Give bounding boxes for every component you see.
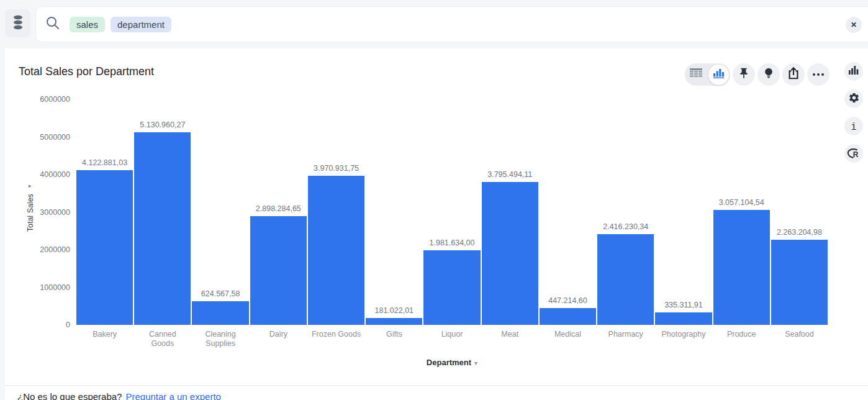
bar-photography[interactable] [655, 312, 712, 325]
bar-series: 4.122.881,035.130.960,27624.567,582.898.… [76, 99, 828, 325]
lightbulb-icon [762, 67, 775, 82]
x-axis-caret-icon: ▾ [474, 360, 477, 366]
bar-produce[interactable] [713, 210, 770, 325]
category-label-gifts[interactable]: Gifts [365, 330, 423, 348]
share-button[interactable] [782, 63, 805, 86]
y-tick-label: 4000000 [5, 170, 70, 180]
y-axis-caret-icon: ▸ [29, 183, 32, 189]
category-label-canned-goods[interactable]: Canned Goods [133, 330, 191, 348]
view-toggle [685, 63, 730, 86]
bar-value-label: 335.311,91 [664, 301, 703, 309]
y-tick-label: 0 [5, 320, 70, 330]
bar-slot: 335.311,91 [654, 99, 712, 325]
category-label-frozen-goods[interactable]: Frozen Goods [307, 330, 365, 348]
search-token-list: salesdepartment [70, 17, 868, 32]
insights-button[interactable] [757, 63, 780, 86]
category-label-pharmacy[interactable]: Pharmacy [597, 330, 654, 348]
table-icon [690, 68, 702, 81]
category-label-medical[interactable]: Medical [539, 330, 597, 348]
bar-value-label: 1.981.634,00 [430, 239, 475, 247]
bar-value-label: 181.022,01 [375, 306, 414, 315]
table-view-button[interactable] [685, 63, 707, 86]
bar-chart-plot: 4.122.881,035.130.960,27624.567,582.898.… [76, 99, 828, 325]
bar-slot: 1.981.634,00 [423, 99, 481, 325]
bar-slot: 4.122.881,03 [76, 99, 133, 325]
bar-slot: 181.022,01 [365, 99, 423, 325]
bar-bakery[interactable] [76, 170, 133, 325]
bar-slot: 624.567,58 [191, 99, 249, 325]
search-input[interactable]: salesdepartment ✕ [35, 6, 868, 42]
bar-value-label: 447.214,60 [548, 296, 587, 305]
bar-value-label: 2.263.204,98 [777, 228, 822, 237]
bar-slot: 5.130.960,27 [133, 99, 191, 325]
column-chart-icon [849, 66, 859, 77]
y-axis-label[interactable]: Total Sales [26, 194, 35, 234]
chart-view-button[interactable] [708, 65, 729, 85]
bar-slot: 3.795.494,11 [481, 99, 539, 325]
clear-search-button[interactable]: ✕ [846, 17, 862, 33]
expert-footer: ¿No es lo que esperaba?Preguntar a un ex… [17, 391, 221, 400]
chart-title: Total Sales por Department [19, 65, 154, 78]
bar-value-label: 3.970.931,75 [314, 164, 359, 173]
category-label-cleaning-supplies[interactable]: Cleaning Supplies [191, 330, 249, 348]
y-tick-label: 3000000 [5, 207, 70, 217]
category-label-meat[interactable]: Meat [481, 330, 539, 348]
y-axis: 0100000020000003000000400000050000006000… [5, 99, 70, 325]
category-label-seafood[interactable]: Seafood [771, 330, 828, 348]
search-token-department[interactable]: department [111, 17, 171, 32]
more-options-button[interactable] [807, 63, 830, 86]
ellipsis-icon [813, 73, 824, 76]
y-tick-label: 1000000 [5, 283, 70, 293]
bar-slot: 2.416.230,34 [597, 99, 654, 325]
database-icon [11, 14, 25, 33]
chart-toolbar [685, 63, 830, 86]
bar-slot: 2.898.284,65 [250, 99, 307, 325]
bar-medical[interactable] [540, 308, 596, 325]
gear-icon [848, 92, 860, 106]
bar-pharmacy[interactable] [597, 234, 654, 325]
bar-gifts[interactable] [366, 318, 422, 325]
r-analysis-button[interactable]: R [844, 144, 863, 163]
bar-meat[interactable] [482, 182, 538, 325]
category-label-liquor[interactable]: Liquor [423, 330, 481, 348]
r-logo-icon: R [849, 148, 859, 159]
top-search-bar: salesdepartment ✕ [0, 0, 868, 48]
bar-value-label: 4.122.881,03 [82, 158, 127, 167]
category-label-produce[interactable]: Produce [713, 330, 771, 348]
share-icon [787, 66, 800, 83]
answer-card: Total Sales por Department [5, 48, 868, 400]
category-label-dairy[interactable]: Dairy [250, 330, 307, 348]
bar-dairy[interactable] [250, 216, 307, 325]
info-icon: i [851, 120, 857, 132]
x-axis-category-labels: BakeryCanned GoodsCleaning SuppliesDairy… [76, 330, 828, 348]
chart-type-button[interactable] [844, 62, 863, 81]
bar-frozen-goods[interactable] [308, 176, 364, 325]
x-axis-label[interactable]: Department▾ [76, 358, 828, 367]
y-tick-label: 2000000 [5, 245, 70, 255]
category-label-photography[interactable]: Photography [654, 330, 712, 348]
bar-liquor[interactable] [423, 250, 480, 325]
search-token-sales[interactable]: sales [70, 17, 105, 32]
info-button[interactable]: i [844, 117, 863, 135]
settings-button[interactable] [844, 89, 863, 108]
bar-canned-goods[interactable] [134, 132, 191, 325]
right-rail: i R [844, 62, 863, 163]
category-label-bakery[interactable]: Bakery [76, 330, 133, 348]
bar-cleaning-supplies[interactable] [192, 301, 248, 325]
bar-seafood[interactable] [771, 240, 828, 325]
bar-value-label: 2.416.230,34 [603, 222, 648, 231]
bar-value-label: 3.795.494,11 [487, 170, 532, 179]
footer-question-text: ¿No es lo que esperaba? [17, 391, 122, 400]
y-tick-label: 5000000 [5, 132, 70, 142]
bar-value-label: 624.567,58 [201, 289, 240, 298]
bar-value-label: 2.898.284,65 [256, 204, 301, 213]
search-icon [45, 15, 61, 34]
bar-slot: 447.214,60 [539, 99, 597, 325]
pin-button[interactable] [733, 63, 755, 86]
bar-value-label: 3.057.104,54 [719, 198, 764, 207]
pin-icon [738, 67, 750, 82]
ask-expert-link[interactable]: Preguntar a un experto [125, 391, 220, 400]
data-source-button[interactable] [5, 9, 30, 37]
bar-chart-icon [713, 68, 725, 81]
bar-slot: 2.263.204,98 [771, 99, 828, 325]
